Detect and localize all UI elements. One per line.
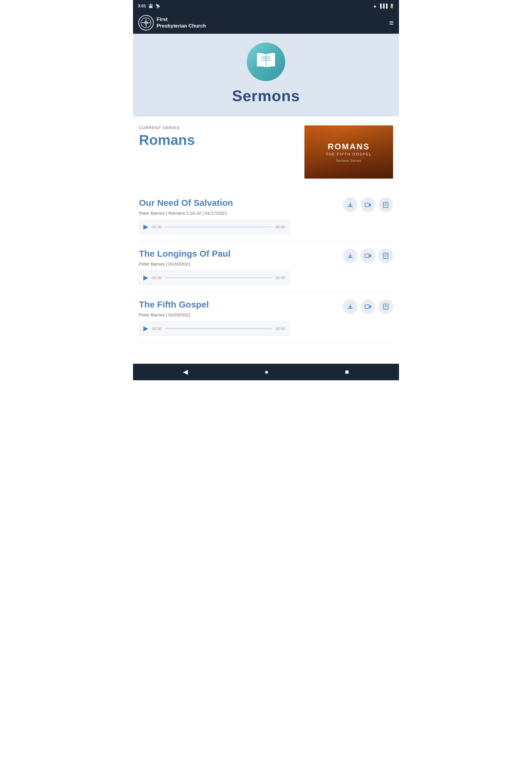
current-series-label: CURRENT SERIES xyxy=(139,125,195,130)
svg-rect-4 xyxy=(365,203,369,207)
sermons-list: Our Need Of Salvation Peter Barnes | Rom… xyxy=(139,191,393,343)
header-logo: FirstPresbyterian Church xyxy=(138,15,206,30)
sermon-actions-2 xyxy=(343,248,393,263)
sermon-meta-2: Peter Barnes | 01/10/2021 xyxy=(139,261,343,266)
sermon-title-1[interactable]: Our Need Of Salvation xyxy=(139,197,343,208)
app-header: FirstPresbyterian Church ≡ xyxy=(133,12,399,34)
bottom-nav: ◀ ● ■ xyxy=(133,364,399,380)
notes-button-3[interactable] xyxy=(378,299,393,314)
menu-button[interactable]: ≡ xyxy=(389,19,394,27)
sermon-item-3: The Fifth Gospel Peter Barnes | 01/03/20… xyxy=(139,292,393,343)
series-thumbnail-desc: Sermon Series xyxy=(326,159,372,162)
time-start-1: 00:00 xyxy=(152,225,162,229)
time-end-2: 00:00 xyxy=(276,276,285,280)
download-button-1[interactable] xyxy=(343,197,358,212)
play-button-1[interactable]: ▶ xyxy=(143,223,148,231)
video-button-3[interactable] xyxy=(361,299,375,314)
series-thumbnail-subtitle: THE FIFTH GOSPEL xyxy=(326,152,372,156)
hero-title: Sermons xyxy=(232,87,300,105)
sermon-title-3[interactable]: The Fifth Gospel xyxy=(139,299,343,310)
progress-bar-2[interactable] xyxy=(165,277,272,278)
status-icon-1: 💾 xyxy=(148,4,153,8)
home-button[interactable]: ● xyxy=(259,366,274,378)
audio-player-1: ▶ 00:00 00:00 xyxy=(139,220,290,234)
progress-bar-1[interactable] xyxy=(165,227,272,227)
sermon-meta-1: Peter Barnes | Romans 1:18-32 | 01/17/20… xyxy=(139,211,343,216)
logo-circle xyxy=(138,15,154,30)
audio-player-2: ▶ 00:00 00:00 xyxy=(139,271,290,285)
series-thumbnail[interactable]: ROMANS THE FIFTH GOSPEL Sermon Series xyxy=(305,125,393,179)
sermon-item-1: Our Need Of Salvation Peter Barnes | Rom… xyxy=(139,191,393,241)
notes-button-1[interactable] xyxy=(378,197,393,212)
sermon-item-2: The Longings Of Paul Peter Barnes | 01/1… xyxy=(139,241,393,292)
book-icon xyxy=(256,52,276,72)
app-title: FirstPresbyterian Church xyxy=(157,16,206,29)
notes-button-2[interactable] xyxy=(378,248,393,263)
hero-icon xyxy=(247,43,285,81)
video-button-2[interactable] xyxy=(361,248,375,263)
current-series-section: CURRENT SERIES Romans ROMANS THE FIFTH G… xyxy=(139,125,393,179)
series-thumbnail-title: ROMANS xyxy=(326,142,372,151)
sermon-actions-1 xyxy=(343,197,393,212)
main-content: CURRENT SERIES Romans ROMANS THE FIFTH G… xyxy=(133,116,399,352)
video-button-1[interactable] xyxy=(361,197,375,212)
svg-rect-14 xyxy=(365,305,369,308)
back-button[interactable]: ◀ xyxy=(177,366,194,378)
sermon-meta-3: Peter Barnes | 01/03/2021 xyxy=(139,312,343,317)
progress-bar-3[interactable] xyxy=(165,328,272,329)
sermon-actions-3 xyxy=(343,299,393,314)
signal-icon: ▐▐▐ xyxy=(379,4,388,8)
status-time: 3:01 xyxy=(138,4,146,8)
play-button-3[interactable]: ▶ xyxy=(143,325,148,332)
time-end-1: 00:00 xyxy=(276,225,285,229)
audio-player-3: ▶ 00:00 00:00 xyxy=(139,321,290,336)
svg-rect-9 xyxy=(365,254,369,257)
time-start-3: 00:00 xyxy=(152,326,162,331)
time-start-2: 00:00 xyxy=(152,276,162,280)
play-button-2[interactable]: ▶ xyxy=(143,274,148,282)
battery-icon: 🔋 xyxy=(389,4,394,8)
current-series-name: Romans xyxy=(139,132,195,148)
sermon-title-2[interactable]: The Longings Of Paul xyxy=(139,248,343,259)
hero-banner: Sermons xyxy=(133,34,399,116)
time-end-3: 00:00 xyxy=(276,326,285,331)
recents-button[interactable]: ■ xyxy=(339,366,355,378)
status-icon-2: 📡 xyxy=(156,4,160,8)
wifi-icon: ▲ xyxy=(373,4,377,8)
download-button-2[interactable] xyxy=(343,248,358,263)
download-button-3[interactable] xyxy=(343,299,358,314)
status-bar: 3:01 💾 📡 ▲ ▐▐▐ 🔋 xyxy=(133,0,399,12)
